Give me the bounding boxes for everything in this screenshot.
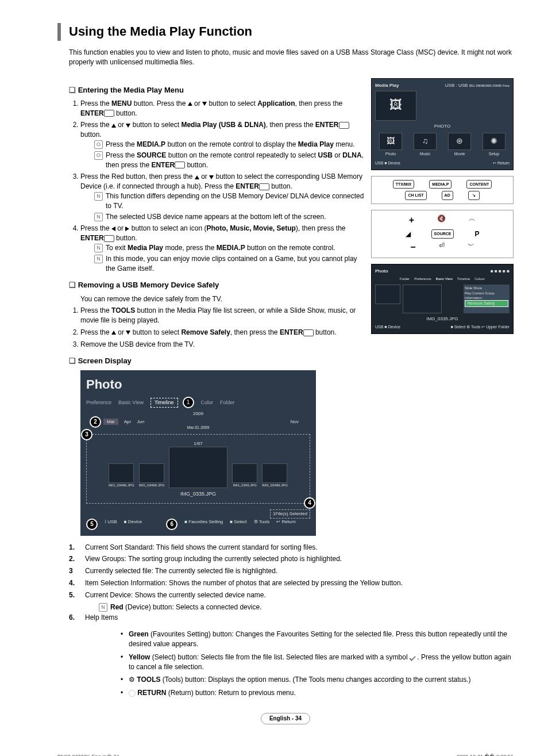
callout-2: 2 <box>90 416 101 428</box>
music-icon: ♫ <box>414 133 437 150</box>
down-icon <box>209 175 214 179</box>
help-yellow: Yellow (Select) button: Selects file fro… <box>121 653 514 672</box>
chlist-button: CH LIST <box>405 191 426 200</box>
up-icon <box>111 331 116 335</box>
screen-display-mock: Photo PreferenceBasic View Timeline 1 Co… <box>80 370 316 536</box>
source-button: SOURCE <box>431 229 454 239</box>
step-1: Press the MENU button. Press the or butt… <box>80 99 365 118</box>
vol-icon: ◢ <box>406 229 411 239</box>
return-icon <box>129 690 136 697</box>
ss-title: Media Play <box>375 82 399 89</box>
enter-icon <box>104 235 114 242</box>
legend-5: Current Device: Shows the currently sele… <box>85 590 266 600</box>
enter-icon <box>303 329 314 336</box>
thumb <box>375 285 400 304</box>
thumb <box>139 463 164 483</box>
filename: IMG_0335.JPG <box>89 490 307 498</box>
page-number: English - 34 <box>261 713 310 724</box>
selection-count: 1File(s) Selected <box>270 509 310 518</box>
blank-button: ↘ <box>468 191 480 200</box>
ch-dn-icon: ﹀ <box>468 241 474 254</box>
legend-4: Item Selection Information: Shows the nu… <box>85 578 403 588</box>
legend-6: Help Items <box>85 613 118 623</box>
legend-1: Current Sort Standard: This field shows … <box>85 543 318 552</box>
remote-diagram-2: +🔇︿ ◢SOURCEP −⏎﹀ <box>371 210 514 258</box>
mute-icon: 🔇 <box>437 214 446 227</box>
left-icon <box>111 227 115 231</box>
note: Press the SOURCE button on the remote co… <box>94 151 365 170</box>
up-icon <box>195 175 199 179</box>
enter-icon <box>104 110 114 117</box>
step-2: Press the or button to select Media Play… <box>80 120 365 170</box>
remove-safely-item: Remove Safely <box>465 300 508 307</box>
note: To exit Media Play mode, press the MEDIA… <box>94 243 365 253</box>
tv-icon: ⏎ <box>439 241 445 254</box>
help-tools: ⚙ TOOLS (Tools) button: Displays the opt… <box>121 675 514 685</box>
photo-label: PHOTO <box>375 123 510 129</box>
thumb <box>232 463 257 483</box>
callout-5: 5 <box>86 519 98 530</box>
enter-icon <box>175 162 185 168</box>
step-4: Press the or button to select an icon (P… <box>80 224 365 273</box>
down-icon <box>202 102 207 106</box>
section-intro: You can remove the device safely from th… <box>80 294 365 304</box>
callout-6: 6 <box>166 519 177 530</box>
step-1: Press the TOOLS button in the Media Play… <box>80 306 365 325</box>
section-display: Screen Display <box>69 356 365 366</box>
callout-3: 3 <box>81 429 92 440</box>
note: Press the MEDIA.P button on the remote c… <box>94 140 365 149</box>
page-title: Using the Media Play Function <box>57 23 514 41</box>
up-icon <box>111 124 116 128</box>
thumb-selected <box>169 447 227 488</box>
note: Red (Device) button: Selects a connected… <box>99 603 514 612</box>
photo-icon: 🖼 <box>379 133 402 150</box>
thumb <box>262 463 287 483</box>
note: This function differs depending on the U… <box>94 191 365 211</box>
remote-diagram: TTX/MIXMEDIA.PCONTENT CH LISTAD ↘ <box>371 176 514 205</box>
ad-button: AD <box>442 191 453 200</box>
footer-left: BN68-02333K-Eng.indb 34 <box>57 753 119 756</box>
callout-1: 1 <box>183 397 194 408</box>
legend-3: Currently selected file: The currently s… <box>85 566 277 576</box>
content-button: CONTENT <box>466 180 492 189</box>
intro-text: This function enables you to view and li… <box>69 48 514 68</box>
footer-right: 2009-10-21 �� 9:00:51 <box>457 753 514 756</box>
help-green: Green (Favourites Setting) button: Chang… <box>121 630 514 649</box>
check-icon <box>409 654 415 661</box>
setup-icon: ✺ <box>483 133 505 150</box>
ch-up-icon: ︿ <box>469 214 476 227</box>
note: In this mode, you can enjoy movie clips … <box>94 254 365 274</box>
section-entering: Entering the Media Play Menu <box>69 85 365 95</box>
movie-icon: ⊛ <box>448 133 471 150</box>
plus-icon: + <box>409 214 414 227</box>
enter-icon <box>339 122 349 129</box>
step-3: Remove the USB device from the TV. <box>80 340 365 350</box>
section-removing: Removing a USB Memory Device Safely <box>69 280 365 290</box>
screenshot-photo-tools: Photo■ ■ ■ ■ ■ FolderPreferenceBasic Vie… <box>371 264 514 335</box>
photo-heading: Photo <box>86 376 310 394</box>
minus-icon: − <box>410 241 415 254</box>
callout-4: 4 <box>304 497 315 509</box>
note: The selected USB device name appears at … <box>94 212 365 222</box>
thumb <box>109 463 134 483</box>
ttx-button: TTX/MIX <box>393 180 415 189</box>
tab-timeline: Timeline <box>150 398 178 408</box>
legend-2: View Groups: The sorting group including… <box>85 554 342 564</box>
photo-tile-icon: 🖼 <box>375 91 416 121</box>
step-2: Press the or button to select Remove Saf… <box>80 328 365 337</box>
mediap-button: MEDIA.P <box>429 180 451 189</box>
screenshot-mediaplay: Media PlayUSB : USB 851.98MB/995.00MB Fr… <box>371 78 514 170</box>
help-return: RETURN (Return) button: Return to previo… <box>121 688 514 698</box>
up-icon <box>188 102 192 106</box>
thumb-preview <box>403 285 442 313</box>
tools-icon: ⚙ <box>129 676 137 684</box>
step-3: Press the Red button, then press the or … <box>80 172 365 221</box>
enter-icon <box>259 183 269 190</box>
p-icon: P <box>474 229 479 239</box>
